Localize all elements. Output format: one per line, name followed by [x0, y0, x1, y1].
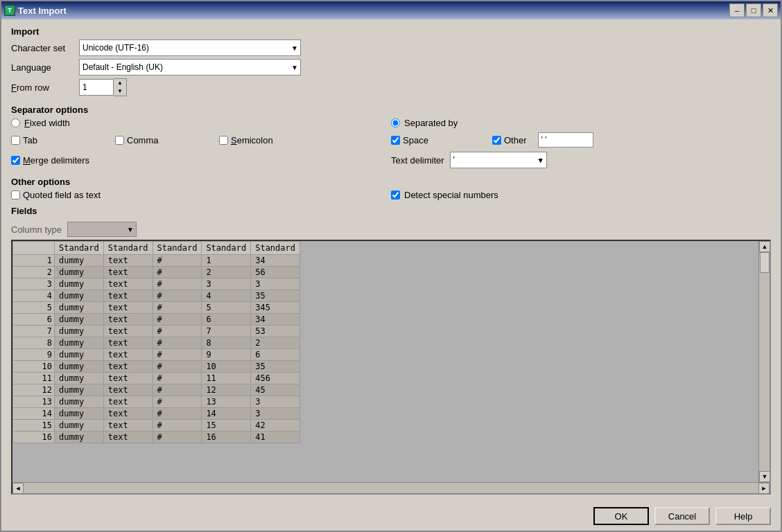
row-num: 10 — [13, 361, 55, 373]
titlebar-controls: – □ ✕ — [729, 3, 778, 17]
cell-c4: 5 — [202, 302, 251, 314]
character-set-select[interactable]: Unicode (UTF-16) UTF-8 ASCII ISO-8859-1 — [79, 39, 301, 56]
row-num: 5 — [13, 302, 55, 314]
quoted-field-checkbox[interactable] — [11, 190, 20, 200]
separated-by-radio[interactable] — [391, 118, 400, 127]
row-num: 8 — [13, 337, 55, 349]
cancel-button[interactable]: Cancel — [654, 507, 710, 525]
table-header-col2[interactable]: Standard — [103, 242, 153, 255]
scroll-up-button[interactable]: ▲ — [759, 241, 770, 252]
detect-special-label: Detect special numbers — [404, 190, 498, 200]
column-type-row: Column type Standard Text Date Number ▼ — [11, 222, 771, 237]
table-header-col5[interactable]: Standard — [251, 242, 300, 255]
cell-c1: dummy — [55, 361, 104, 373]
cell-c4: 9 — [202, 349, 251, 361]
cell-c3: # — [153, 255, 202, 267]
spinbox-buttons: ▲ ▼ — [114, 78, 127, 96]
main-window: T Text Import – □ ✕ Import Character set… — [0, 0, 782, 532]
cell-c1: dummy — [55, 373, 104, 384]
cell-c2: text — [103, 373, 153, 384]
semicolon-checkbox[interactable] — [219, 136, 228, 145]
cell-c4: 10 — [202, 361, 251, 373]
cell-c2: text — [103, 290, 153, 302]
cell-c4: 4 — [202, 290, 251, 302]
row-num: 1 — [13, 255, 55, 267]
language-select[interactable]: Default - English (UK) English (US) Germ… — [79, 59, 301, 76]
detect-special-checkbox[interactable] — [391, 190, 400, 200]
scroll-left-button[interactable]: ◄ — [12, 483, 24, 494]
cell-c5: 53 — [251, 326, 300, 337]
cell-c2: text — [103, 384, 153, 396]
table-row: 2 dummy text # 2 56 — [13, 267, 300, 278]
cell-c2: text — [103, 255, 153, 267]
cell-c2: text — [103, 278, 153, 290]
table-header-col1[interactable]: Standard — [55, 242, 104, 255]
merge-delimiters-label: Merge delimiters — [23, 155, 89, 166]
cell-c5: 35 — [251, 361, 300, 373]
scroll-thumb[interactable] — [760, 252, 770, 273]
row-num: 13 — [13, 396, 55, 408]
text-delimiter-select[interactable]: ' " None — [450, 152, 547, 168]
comma-checkbox[interactable] — [115, 136, 124, 145]
cell-c1: dummy — [55, 302, 104, 314]
table-row: 11 dummy text # 11 456 — [13, 373, 300, 384]
table-row: 10 dummy text # 10 35 — [13, 361, 300, 373]
close-button[interactable]: ✕ — [763, 3, 778, 17]
spinbox-up[interactable]: ▲ — [114, 79, 126, 87]
tab-checkbox[interactable] — [11, 136, 20, 145]
column-type-select[interactable]: Standard Text Date Number — [67, 222, 137, 237]
cell-c5: 41 — [251, 432, 300, 443]
column-type-label: Column type — [11, 224, 62, 235]
cell-c1: dummy — [55, 326, 104, 337]
cell-c3: # — [153, 373, 202, 384]
other-checkbox[interactable] — [492, 136, 501, 145]
cell-c3: # — [153, 420, 202, 432]
help-button[interactable]: Help — [715, 507, 771, 525]
from-row-label: From row — [11, 82, 73, 93]
cell-c3: # — [153, 337, 202, 349]
fixed-width-radio[interactable] — [11, 118, 20, 127]
semicolon-checkbox-item: Semicolon — [219, 135, 309, 145]
data-table: Standard Standard Standard Standard Stan… — [12, 241, 300, 443]
row-num: 3 — [13, 278, 55, 290]
cell-c1: dummy — [55, 337, 104, 349]
cell-c1: dummy — [55, 408, 104, 420]
from-row-input[interactable] — [79, 79, 114, 96]
cell-c4: 16 — [202, 432, 251, 443]
cell-c1: dummy — [55, 384, 104, 396]
scroll-right-button[interactable]: ► — [758, 483, 770, 494]
minimize-button[interactable]: – — [729, 3, 745, 17]
vertical-scrollbar: ▲ ▼ — [758, 241, 770, 482]
fields-title: Fields — [11, 206, 771, 216]
cell-c2: text — [103, 361, 153, 373]
cell-c3: # — [153, 432, 202, 443]
cell-c4: 7 — [202, 326, 251, 337]
titlebar: T Text Import – □ ✕ — [1, 1, 781, 19]
language-label: Language — [11, 62, 73, 73]
space-checkbox[interactable] — [391, 136, 400, 145]
cell-c4: 3 — [202, 278, 251, 290]
quoted-field-item: Quoted field as text — [11, 190, 391, 200]
cell-c2: text — [103, 432, 153, 443]
ok-button[interactable]: OK — [593, 507, 649, 525]
merge-delimiters-checkbox[interactable] — [11, 156, 20, 165]
maximize-button[interactable]: □ — [746, 3, 761, 17]
cell-c4: 12 — [202, 384, 251, 396]
row-num: 4 — [13, 290, 55, 302]
table-header-col3[interactable]: Standard — [153, 242, 202, 255]
data-table-scroll[interactable]: Standard Standard Standard Standard Stan… — [12, 241, 770, 482]
cell-c1: dummy — [55, 255, 104, 267]
window-title: Text Import — [18, 6, 67, 16]
cell-c3: # — [153, 278, 202, 290]
table-header-col4[interactable]: Standard — [202, 242, 251, 255]
fixed-width-label: Fixed width — [24, 118, 70, 128]
other-input[interactable] — [538, 132, 593, 148]
cell-c3: # — [153, 396, 202, 408]
space-checkbox-item: Space — [391, 135, 481, 145]
cell-c5: 42 — [251, 420, 300, 432]
cell-c2: text — [103, 396, 153, 408]
table-row: 4 dummy text # 4 35 — [13, 290, 300, 302]
cell-c5: 3 — [251, 408, 300, 420]
spinbox-down[interactable]: ▼ — [114, 87, 126, 96]
scroll-down-button[interactable]: ▼ — [759, 471, 770, 482]
